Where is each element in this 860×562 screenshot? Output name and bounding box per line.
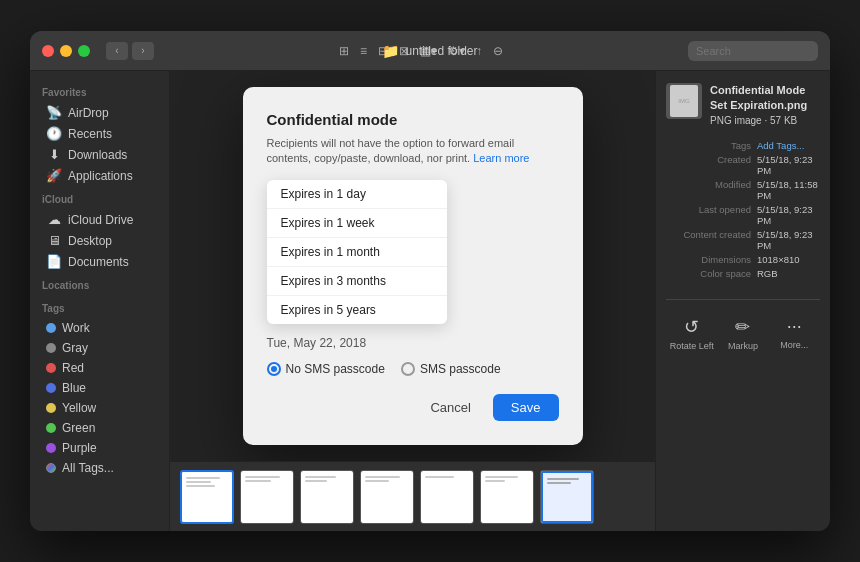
- sidebar-item-recents[interactable]: 🕐 Recents: [34, 123, 165, 144]
- content-created-label: Content created: [666, 229, 751, 251]
- expire-3-months[interactable]: Expires in 3 months: [267, 267, 447, 296]
- markup-icon: ✏: [735, 316, 750, 338]
- thumbnail-1[interactable]: [180, 470, 234, 524]
- bottom-actions: ↺ Rotate Left ✏ Markup ··· More...: [666, 316, 820, 351]
- purple-tag-dot: [46, 443, 56, 453]
- file-preview-header: IMG Confidential Mode Set Expiration.png…: [666, 83, 820, 128]
- maximize-button[interactable]: [78, 45, 90, 57]
- preview-area: Confidential mode Recipients will not ha…: [170, 71, 655, 461]
- documents-icon: 📄: [46, 254, 62, 269]
- rotate-left-icon: ↺: [684, 316, 699, 338]
- sidebar-item-label: AirDrop: [68, 106, 109, 120]
- window-title: untitled folder: [405, 44, 477, 58]
- dimensions-label: Dimensions: [666, 254, 751, 265]
- thumbnail-2[interactable]: [240, 470, 294, 524]
- file-info-text: Confidential Mode Set Expiration.png PNG…: [710, 83, 820, 128]
- sms-radio[interactable]: [401, 362, 415, 376]
- sidebar-item-green[interactable]: Green: [34, 418, 165, 438]
- sidebar-item-all-tags[interactable]: All Tags...: [34, 458, 165, 478]
- thumbnail-6[interactable]: [480, 470, 534, 524]
- green-tag-dot: [46, 423, 56, 433]
- sidebar-item-label: Desktop: [68, 234, 112, 248]
- tags-label: Tags: [666, 140, 751, 151]
- tags-value[interactable]: Add Tags...: [757, 140, 804, 151]
- right-panel-bottom: ↺ Rotate Left ✏ Markup ··· More...: [666, 299, 820, 351]
- save-button[interactable]: Save: [493, 394, 559, 421]
- thumbnail-7[interactable]: [540, 470, 594, 524]
- sidebar-item-label: iCloud Drive: [68, 213, 133, 227]
- main-window: ‹ › ⊞ ≡ ⊟ ⊠ ▦▾ ⚙▾ ↑ ⊖ 📁 untitled folder …: [30, 31, 830, 531]
- sidebar-item-label: Recents: [68, 127, 112, 141]
- icon-view-btn[interactable]: ⊞: [335, 42, 353, 60]
- modal-overlay: Confidential mode Recipients will not ha…: [170, 71, 655, 461]
- sms-option[interactable]: SMS passcode: [401, 362, 501, 376]
- thumbnail-5[interactable]: [420, 470, 474, 524]
- sidebar-item-icloud-drive[interactable]: ☁ iCloud Drive: [34, 209, 165, 230]
- expire-5-years[interactable]: Expires in 5 years: [267, 296, 447, 324]
- sidebar-item-purple[interactable]: Purple: [34, 438, 165, 458]
- expire-1-day[interactable]: Expires in 1 day: [267, 180, 447, 209]
- all-tags-dot: [46, 463, 56, 473]
- right-panel: IMG Confidential Mode Set Expiration.png…: [655, 71, 830, 531]
- search-input[interactable]: [688, 41, 818, 61]
- modal-title: Confidential mode: [267, 111, 559, 128]
- rotate-left-button[interactable]: ↺ Rotate Left: [667, 316, 717, 351]
- folder-icon: 📁: [382, 43, 399, 59]
- sidebar-item-red[interactable]: Red: [34, 358, 165, 378]
- sidebar-item-work[interactable]: Work: [34, 318, 165, 338]
- list-view-btn[interactable]: ≡: [356, 42, 371, 60]
- passcode-row: No SMS passcode SMS passcode: [267, 362, 559, 376]
- sidebar-item-documents[interactable]: 📄 Documents: [34, 251, 165, 272]
- sidebar-item-label: Blue: [62, 381, 86, 395]
- blue-tag-dot: [46, 383, 56, 393]
- gray-tag-dot: [46, 343, 56, 353]
- no-sms-radio[interactable]: [267, 362, 281, 376]
- last-opened-value: 5/15/18, 9:23 PM: [757, 204, 820, 226]
- more-button[interactable]: ··· More...: [769, 316, 819, 350]
- sidebar-item-blue[interactable]: Blue: [34, 378, 165, 398]
- learn-more-link[interactable]: Learn more: [473, 152, 529, 164]
- meta-section: Tags Add Tags... Created 5/15/18, 9:23 P…: [666, 140, 820, 279]
- minimize-button[interactable]: [60, 45, 72, 57]
- sidebar-item-label: Applications: [68, 169, 133, 183]
- no-sms-option[interactable]: No SMS passcode: [267, 362, 385, 376]
- sidebar-item-applications[interactable]: 🚀 Applications: [34, 165, 165, 186]
- expiry-dropdown[interactable]: Expires in 1 day Expires in 1 week Expir…: [267, 180, 447, 324]
- icloud-label: iCloud: [30, 186, 169, 209]
- locations-label: Locations: [30, 272, 169, 295]
- modified-value: 5/15/18, 11:58 PM: [757, 179, 820, 201]
- back-button[interactable]: ‹: [106, 42, 128, 60]
- thumbnail-4[interactable]: [360, 470, 414, 524]
- traffic-lights: [42, 45, 90, 57]
- expire-1-month[interactable]: Expires in 1 month: [267, 238, 447, 267]
- sidebar-item-gray[interactable]: Gray: [34, 338, 165, 358]
- titlebar: ‹ › ⊞ ≡ ⊟ ⊠ ▦▾ ⚙▾ ↑ ⊖ 📁 untitled folder: [30, 31, 830, 71]
- thumbnail-3[interactable]: [300, 470, 354, 524]
- created-value: 5/15/18, 9:23 PM: [757, 154, 820, 176]
- sidebar-item-desktop[interactable]: 🖥 Desktop: [34, 230, 165, 251]
- color-space-label: Color space: [666, 268, 751, 279]
- sidebar-item-downloads[interactable]: ⬇ Downloads: [34, 144, 165, 165]
- sidebar-item-label: All Tags...: [62, 461, 114, 475]
- modified-label: Modified: [666, 179, 751, 201]
- sidebar-item-airdrop[interactable]: 📡 AirDrop: [34, 102, 165, 123]
- tags-label: Tags: [30, 295, 169, 318]
- sidebar-item-label: Gray: [62, 341, 88, 355]
- forward-button[interactable]: ›: [132, 42, 154, 60]
- sidebar-item-label: Yellow: [62, 401, 96, 415]
- sidebar-item-label: Green: [62, 421, 95, 435]
- sidebar-item-yellow[interactable]: Yellow: [34, 398, 165, 418]
- center-area: Confidential mode Recipients will not ha…: [170, 71, 655, 531]
- markup-button[interactable]: ✏ Markup: [718, 316, 768, 351]
- cancel-button[interactable]: Cancel: [416, 394, 484, 421]
- nav-buttons: ‹ ›: [106, 42, 154, 60]
- downloads-icon: ⬇: [46, 147, 62, 162]
- tags-btn[interactable]: ⊖: [489, 42, 507, 60]
- expire-1-week[interactable]: Expires in 1 week: [267, 209, 447, 238]
- applications-icon: 🚀: [46, 168, 62, 183]
- close-button[interactable]: [42, 45, 54, 57]
- airdrop-icon: 📡: [46, 105, 62, 120]
- confidential-mode-modal: Confidential mode Recipients will not ha…: [243, 87, 583, 446]
- modified-row: Modified 5/15/18, 11:58 PM: [666, 179, 820, 201]
- last-opened-label: Last opened: [666, 204, 751, 226]
